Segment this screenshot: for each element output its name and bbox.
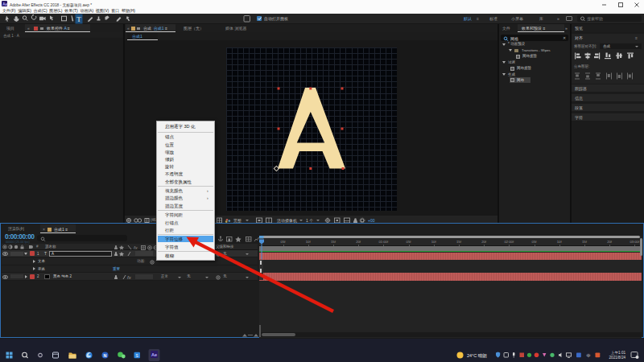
svg-text:S: S <box>136 354 138 358</box>
svg-text:中: 中 <box>587 353 591 358</box>
svg-text:24°C 晴朗: 24°C 晴朗 <box>467 353 487 359</box>
svg-text:2021/8/24: 2021/8/24 <box>609 356 626 360</box>
svg-text:N: N <box>104 353 107 358</box>
svg-text:上午1:01: 上午1:01 <box>611 351 626 355</box>
svg-text:Ae: Ae <box>151 352 157 357</box>
